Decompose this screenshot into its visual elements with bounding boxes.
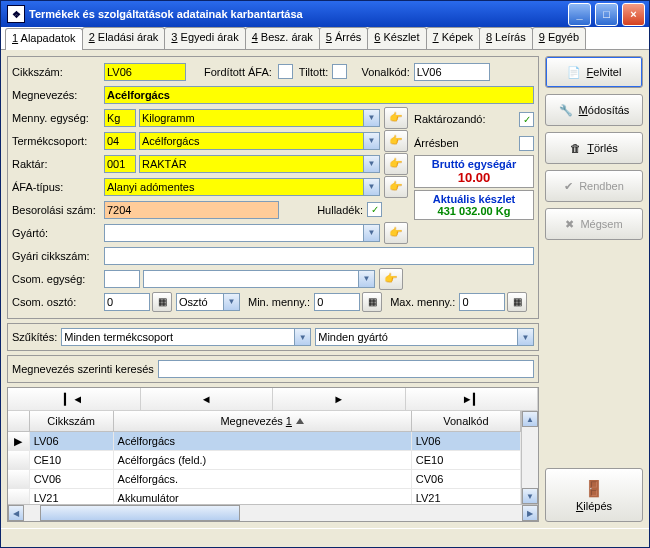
szukites-termekcs-dropdown-button[interactable]: ▼: [295, 328, 311, 346]
tab-kepek[interactable]: 7 Képek: [426, 27, 480, 49]
nav-next-button[interactable]: ►: [273, 388, 406, 410]
gyarto-select[interactable]: [104, 224, 364, 242]
afa-tipus-select[interactable]: Alanyi adómentes: [104, 178, 364, 196]
nav-first-button[interactable]: ▎◄: [8, 388, 141, 410]
tab-egyedi-arak[interactable]: 3 Egyedi árak: [164, 27, 245, 49]
edit-icon: 🔧: [559, 104, 573, 117]
termekcs-name-select[interactable]: Acélforgács: [139, 132, 364, 150]
scroll-right-button[interactable]: ▶: [522, 505, 538, 521]
maximize-button[interactable]: □: [595, 3, 618, 26]
szukites-gyarto-select[interactable]: Minden gyártó: [315, 328, 518, 346]
gyarto-dropdown-button[interactable]: ▼: [364, 224, 380, 242]
hulladek-checkbox[interactable]: ✓: [367, 202, 382, 217]
menny-name-select[interactable]: Kilogramm: [139, 109, 364, 127]
megnevezes-input[interactable]: Acélforgács: [104, 86, 534, 104]
min-menny-input[interactable]: 0: [314, 293, 360, 311]
raktar-name-select[interactable]: RAKTÁR: [139, 155, 364, 173]
row-indicator: [8, 451, 30, 469]
lookup-icon: 👉: [389, 111, 403, 124]
close-button[interactable]: ×: [622, 3, 645, 26]
arresben-checkbox[interactable]: [519, 136, 534, 151]
exit-icon: 🚪: [584, 479, 604, 498]
max-menny-input[interactable]: 0: [459, 293, 505, 311]
forditott-afa-checkbox[interactable]: [278, 64, 293, 79]
label-csom-egyseg: Csom. egység:: [12, 273, 104, 285]
oszto-select[interactable]: Osztó: [176, 293, 224, 311]
afa-lookup-button[interactable]: 👉: [384, 176, 408, 198]
label-tiltott: Tiltott:: [299, 66, 329, 78]
felvitel-label-rest: elvitel: [593, 66, 621, 78]
label-raktarozando: Raktározandó:: [414, 113, 519, 125]
scroll-thumb[interactable]: [40, 505, 240, 521]
csom-egyseg-lookup-button[interactable]: 👉: [379, 268, 403, 290]
szukites-gyarto-dropdown-button[interactable]: ▼: [518, 328, 534, 346]
menny-lookup-button[interactable]: 👉: [384, 107, 408, 129]
oszto-dropdown-button[interactable]: ▼: [224, 293, 240, 311]
raktar-dropdown-button[interactable]: ▼: [364, 155, 380, 173]
tab-arres[interactable]: 5 Árrés: [319, 27, 368, 49]
csom-egyseg-select[interactable]: [143, 270, 359, 288]
vonalkod-input[interactable]: LV06: [414, 63, 490, 81]
tiltott-checkbox[interactable]: [332, 64, 347, 79]
tab-besz-arak[interactable]: 4 Besz. árak: [245, 27, 320, 49]
keszlet-label: Aktuális készlet: [417, 193, 531, 205]
raktar-lookup-button[interactable]: 👉: [384, 153, 408, 175]
cikkszam-input[interactable]: LV06: [104, 63, 186, 81]
gyarto-lookup-button[interactable]: 👉: [384, 222, 408, 244]
raktarozando-checkbox[interactable]: ✓: [519, 112, 534, 127]
keszlet-infobox: Aktuális készlet 431 032.00 Kg: [414, 190, 534, 220]
horizontal-scrollbar[interactable]: ◀ ▶: [8, 504, 538, 521]
torles-button[interactable]: 🗑Törlés: [545, 132, 643, 164]
nav-prev-button[interactable]: ◄: [141, 388, 274, 410]
new-icon: 📄: [567, 66, 581, 79]
table-row[interactable]: CE10Acélforgács (feld.)CE10: [8, 451, 521, 470]
csom-oszto-input[interactable]: 0: [104, 293, 150, 311]
label-termekcsoport: Termékcsoport:: [12, 135, 104, 147]
menny-code-input[interactable]: Kg: [104, 109, 136, 127]
csom-egyseg-dropdown-button[interactable]: ▼: [359, 270, 375, 288]
cell-megnevezes: Acélforgács: [114, 432, 412, 450]
gyari-cikkszam-input[interactable]: [104, 247, 534, 265]
raktar-code-input[interactable]: 001: [104, 155, 136, 173]
termekcs-code-input[interactable]: 04: [104, 132, 136, 150]
max-menny-calc-button[interactable]: ▦: [507, 292, 527, 312]
felvitel-button[interactable]: 📄Felvitel: [545, 56, 643, 88]
label-gyari-cikkszam: Gyári cikkszám:: [12, 250, 104, 262]
grid-panel: ▎◄ ◄ ► ►▎ Cikkszám Megnevezés 1 Vonalkód…: [7, 387, 539, 522]
table-row[interactable]: LV21AkkumulátorLV21: [8, 489, 521, 504]
csom-egyseg-code-input[interactable]: [104, 270, 140, 288]
titlebar: ❖ Termékek és szolgáltatások adatainak k…: [1, 1, 649, 27]
nav-last-button[interactable]: ►▎: [406, 388, 539, 410]
scroll-down-button[interactable]: ▼: [522, 488, 538, 504]
table-row[interactable]: CV06Acélforgács.CV06: [8, 470, 521, 489]
besorolasi-input[interactable]: 7204: [104, 201, 279, 219]
table-row[interactable]: ▶LV06AcélforgácsLV06: [8, 432, 521, 451]
kilepes-button[interactable]: 🚪Kilépés: [545, 468, 643, 522]
szukites-termekcs-select[interactable]: Minden termékcsoport: [61, 328, 295, 346]
afa-dropdown-button[interactable]: ▼: [364, 178, 380, 196]
tab-keszlet[interactable]: 6 Készlet: [367, 27, 426, 49]
label-menny-egyseg: Menny. egység:: [12, 112, 104, 124]
minimize-button[interactable]: _: [568, 3, 591, 26]
cell-megnevezes: Akkumulátor: [114, 489, 412, 504]
termekcs-lookup-button[interactable]: 👉: [384, 130, 408, 152]
min-menny-calc-button[interactable]: ▦: [362, 292, 382, 312]
grid-header-cikkszam[interactable]: Cikkszám: [30, 411, 114, 431]
tab-alapadatok[interactable]: 1 Alapadatok: [5, 28, 83, 50]
tab-leiras[interactable]: 8 Leírás: [479, 27, 533, 49]
menny-dropdown-button[interactable]: ▼: [364, 109, 380, 127]
search-panel: Megnevezés szerinti keresés: [7, 355, 539, 383]
termekcs-dropdown-button[interactable]: ▼: [364, 132, 380, 150]
modositas-button[interactable]: 🔧Módosítás: [545, 94, 643, 126]
grid-header-megnevezes[interactable]: Megnevezés 1: [114, 411, 412, 431]
vertical-scrollbar[interactable]: ▲ ▼: [521, 411, 538, 504]
csom-oszto-calc-button[interactable]: ▦: [152, 292, 172, 312]
tab-egyeb[interactable]: 9 Egyéb: [532, 27, 586, 49]
scroll-up-button[interactable]: ▲: [522, 411, 538, 427]
scroll-left-button[interactable]: ◀: [8, 505, 24, 521]
label-megnevezes: Megnevezés:: [12, 89, 104, 101]
label-hulladek: Hulladék:: [317, 204, 363, 216]
search-input[interactable]: [158, 360, 534, 378]
grid-header-vonalkod[interactable]: Vonalkód: [412, 411, 521, 431]
tab-eladasi-arak[interactable]: 2 Eladási árak: [82, 27, 166, 49]
